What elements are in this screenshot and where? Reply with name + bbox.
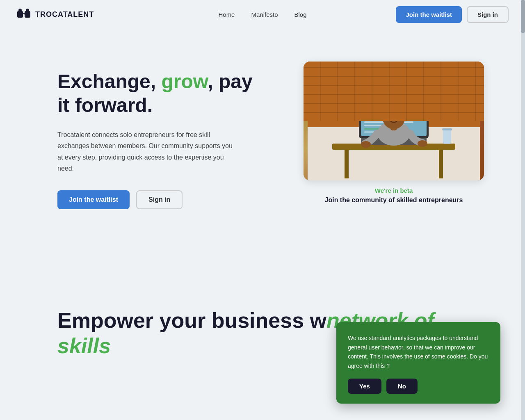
hero-description: Trocatalent connects solo entrepreneurs … — [57, 129, 238, 174]
nav-buttons: Join the waitlist Sign in — [396, 6, 509, 23]
hero-buttons: Join the waitlist Sign in — [57, 190, 262, 209]
hero-title-green: grow — [161, 71, 208, 92]
svg-rect-40 — [442, 128, 452, 130]
logo: TROCATALENT — [16, 7, 94, 22]
hero-right: We're in beta Join the community of skil… — [304, 62, 484, 204]
nav-link-manifesto[interactable]: Manifesto — [251, 11, 278, 18]
logo-icon — [16, 7, 31, 22]
svg-point-37 — [361, 141, 371, 148]
svg-rect-39 — [443, 129, 451, 144]
svg-point-3 — [26, 9, 29, 12]
svg-rect-7 — [308, 94, 480, 103]
cookie-buttons: Yes No — [348, 379, 489, 383]
nav-link-home[interactable]: Home — [218, 11, 235, 18]
nav-join-waitlist-button[interactable]: Join the waitlist — [396, 6, 462, 23]
person-illustration — [304, 62, 484, 180]
svg-point-32 — [382, 102, 405, 113]
svg-point-2 — [18, 9, 22, 12]
svg-rect-35 — [396, 115, 403, 120]
hero-title: Exchange, grow, pay it forward. — [57, 70, 262, 117]
svg-point-31 — [382, 105, 405, 129]
hero-section: Exchange, grow, pay it forward. Trocatal… — [0, 29, 525, 275]
svg-rect-24 — [364, 118, 397, 120]
svg-rect-33 — [382, 107, 405, 112]
nav-links: Home Manifesto Blog — [218, 11, 306, 18]
hero-left: Exchange, grow, pay it forward. Trocatal… — [57, 62, 262, 209]
svg-rect-5 — [308, 62, 480, 71]
hero-join-waitlist-button[interactable]: Join the waitlist — [57, 190, 130, 209]
svg-rect-8 — [308, 111, 480, 120]
cookie-message: We use standard analytics packages to un… — [348, 333, 489, 370]
svg-rect-34 — [387, 115, 394, 120]
svg-rect-20 — [439, 150, 443, 178]
cookie-banner: We use standard analytics packages to un… — [336, 322, 500, 383]
cookie-no-button[interactable]: No — [386, 379, 418, 383]
scrollbar-thumb[interactable] — [521, 0, 525, 33]
hero-title-part1: Exchange, — [57, 71, 161, 92]
hero-sign-in-button[interactable]: Sign in — [136, 190, 183, 209]
svg-point-38 — [418, 140, 427, 147]
hero-card-text: We're in beta Join the community of skil… — [325, 187, 463, 204]
cookie-yes-button[interactable]: Yes — [348, 379, 381, 383]
hero-image-card — [304, 62, 484, 180]
hero-svg — [308, 62, 480, 180]
svg-rect-6 — [308, 78, 480, 87]
brand-name: TROCATALENT — [35, 10, 94, 19]
svg-rect-0 — [17, 11, 23, 18]
svg-rect-1 — [25, 11, 30, 18]
scrollbar-track[interactable] — [521, 0, 525, 383]
empower-title-part1: Empower your business w — [57, 308, 326, 332]
navbar: TROCATALENT Home Manifesto Blog Join the… — [0, 0, 525, 29]
community-label: Join the community of skilled entreprene… — [325, 196, 463, 204]
beta-label: We're in beta — [325, 187, 463, 194]
nav-sign-in-button[interactable]: Sign in — [467, 6, 509, 23]
nav-link-blog[interactable]: Blog — [294, 11, 307, 18]
svg-rect-4 — [308, 62, 480, 127]
svg-rect-19 — [345, 150, 349, 178]
